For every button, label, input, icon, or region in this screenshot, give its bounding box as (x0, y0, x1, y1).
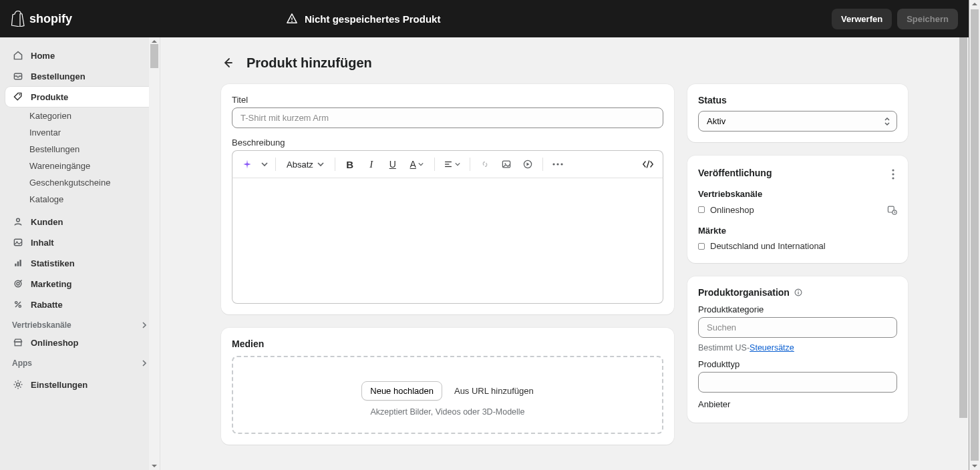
svg-point-4 (17, 218, 20, 222)
upload-button[interactable]: Neue hochladen (361, 381, 442, 401)
nav-discounts-label: Rabatte (31, 300, 63, 310)
bold-button[interactable]: B (341, 155, 359, 174)
channels-section-label[interactable]: Vertriebskanäle (5, 315, 154, 332)
nav-settings-label: Einstellungen (31, 380, 88, 390)
svg-rect-15 (15, 342, 21, 346)
channels-heading: Vertriebskanäle (698, 189, 897, 199)
editor-body[interactable] (232, 178, 663, 304)
card-organization: Produktorganisation Produktkategorie Bes… (687, 276, 908, 423)
bars-icon (12, 257, 24, 269)
org-title: Produktorganisation (698, 287, 790, 298)
kebab-icon (892, 169, 894, 180)
nav-sub-giftcards[interactable]: Geschenkgutscheine (5, 174, 154, 191)
sidebar-scroll-thumb[interactable] (150, 44, 158, 68)
window-scroll-thumb[interactable] (971, 9, 979, 461)
svg-point-16 (17, 383, 20, 387)
media-label: Medien (232, 338, 663, 349)
sidebar-scrollbar[interactable] (149, 37, 160, 470)
nav-sub-orders[interactable]: Bestellungen (5, 141, 154, 158)
main-scroll-thumb[interactable] (959, 37, 967, 418)
store-icon (12, 336, 24, 348)
sidebar: Home Bestellungen Produkte Kategorien In… (0, 37, 160, 470)
tax-link[interactable]: Steuersätze (750, 343, 794, 352)
brand-logo[interactable]: shopify (11, 11, 72, 27)
align-button[interactable] (440, 155, 464, 174)
video-button[interactable] (518, 155, 537, 174)
nav-sub-inventory[interactable]: Inventar (5, 124, 154, 141)
chevron-right-icon (141, 360, 148, 367)
svg-point-26 (892, 169, 894, 171)
ring-icon (698, 206, 705, 213)
person-icon (12, 216, 24, 228)
nav-products[interactable]: Produkte (5, 87, 154, 107)
category-search-input[interactable] (698, 317, 897, 338)
card-status: Status Aktiv (687, 84, 908, 142)
save-button: Speichern (897, 9, 958, 29)
svg-point-23 (552, 163, 554, 165)
svg-rect-7 (15, 264, 16, 266)
svg-point-28 (892, 177, 894, 179)
info-icon[interactable] (794, 288, 803, 297)
category-label: Produktkategorie (698, 304, 897, 314)
nav-home-label: Home (31, 51, 55, 61)
paragraph-select[interactable]: Absatz (281, 157, 329, 172)
schedule-button[interactable] (886, 204, 897, 215)
status-select[interactable]: Aktiv (698, 111, 897, 132)
nav-analytics[interactable]: Statistiken (5, 253, 154, 273)
warning-icon (286, 13, 298, 25)
desc-label: Beschreibung (232, 138, 663, 148)
calendar-clock-icon (886, 204, 897, 215)
tag-icon (12, 91, 24, 103)
vendor-label: Anbieter (698, 399, 897, 409)
nav-sub-categories[interactable]: Kategorien (5, 107, 154, 124)
nav-content-label: Inhalt (31, 238, 54, 248)
text-color-button[interactable]: A (405, 155, 429, 174)
from-url-link[interactable]: Aus URL hinzufügen (454, 386, 534, 396)
nav-marketing-label: Marketing (31, 279, 71, 289)
chevron-down-icon (317, 161, 324, 168)
svg-point-13 (19, 305, 21, 307)
main-scrollbar[interactable] (958, 37, 969, 470)
nav-onlinestore[interactable]: Onlineshop (5, 332, 154, 352)
svg-point-21 (504, 163, 506, 164)
apps-section-label[interactable]: Apps (5, 353, 154, 371)
nav-discounts[interactable]: Rabatte (5, 294, 154, 314)
ai-chevron-button[interactable] (259, 155, 270, 174)
back-button[interactable] (218, 53, 237, 72)
shopify-bag-icon (11, 11, 25, 27)
nav-home[interactable]: Home (5, 45, 154, 65)
ai-sparkle-button[interactable] (238, 155, 257, 174)
media-dropzone[interactable]: Neue hochladen Aus URL hinzufügen Akzept… (232, 356, 663, 434)
nav-settings[interactable]: Einstellungen (5, 375, 154, 395)
type-input[interactable] (698, 372, 897, 393)
arrow-left-icon (221, 56, 234, 69)
ring-icon (698, 243, 705, 250)
chevron-down-icon (455, 162, 460, 167)
title-input[interactable] (232, 107, 663, 128)
discard-button[interactable]: Verwerfen (832, 9, 892, 29)
italic-button[interactable]: I (362, 155, 381, 174)
scroll-up-icon (971, 1, 978, 7)
code-view-button[interactable] (639, 155, 657, 174)
image-icon (12, 236, 24, 248)
image-button[interactable] (497, 155, 516, 174)
window-scrollbar[interactable] (969, 0, 980, 470)
more-button[interactable] (548, 155, 567, 174)
card-publishing: Veröffentlichung Vertriebskanäle Onlines… (687, 156, 908, 263)
media-help: Akzeptiert Bilder, Videos oder 3D-Modell… (244, 407, 651, 417)
nav-content[interactable]: Inhalt (5, 232, 154, 252)
publishing-menu-button[interactable] (889, 166, 897, 182)
nav-marketing[interactable]: Marketing (5, 274, 154, 294)
nav-analytics-label: Statistiken (31, 258, 75, 268)
link-button[interactable] (476, 155, 494, 174)
main-content: Produkt hinzufügen Titel Beschreibung (160, 37, 969, 470)
svg-point-3 (19, 94, 20, 95)
nav-orders[interactable]: Bestellungen (5, 66, 154, 86)
nav-sub-incoming[interactable]: Wareneingänge (5, 158, 154, 174)
nav-customers[interactable]: Kunden (5, 212, 154, 232)
scroll-down-icon (151, 463, 158, 469)
chevron-right-icon (141, 322, 148, 328)
markets-heading: Märkte (698, 226, 897, 236)
nav-sub-catalogs[interactable]: Kataloge (5, 191, 154, 208)
underline-button[interactable]: U (383, 155, 402, 174)
